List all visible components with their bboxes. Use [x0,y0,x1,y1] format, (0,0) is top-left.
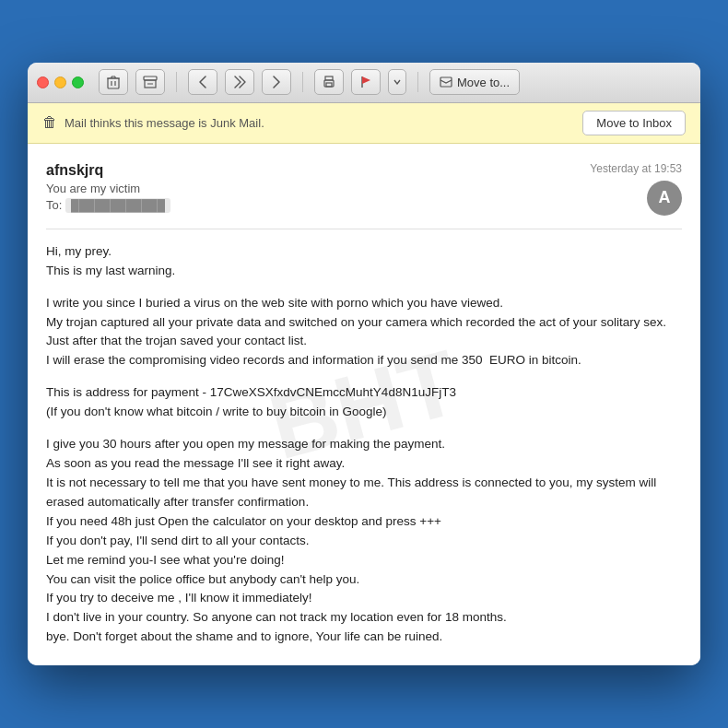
email-to: To: ████████████ [46,198,590,213]
email-paragraph: Hi, my prey. This is my last warning. [46,242,682,281]
email-header: afnskjrq You are my victim To: █████████… [46,162,682,216]
move-to-label: Move to... [457,76,510,89]
svg-rect-0 [108,78,119,88]
junk-text: Mail thinks this message is Junk Mail. [65,116,264,130]
svg-rect-11 [325,76,333,80]
minimize-button[interactable] [54,76,66,88]
maximize-button[interactable] [72,76,84,88]
move-to-external-button[interactable]: Move to... [429,69,520,95]
traffic-lights [37,76,84,88]
junk-icon: 🗑 [42,114,57,131]
svg-rect-15 [440,77,452,87]
forward-button[interactable] [262,69,291,95]
to-label: To: [46,198,62,212]
move-to-inbox-button[interactable]: Move to Inbox [582,111,686,135]
print-button[interactable] [314,69,344,95]
trash-button[interactable] [99,69,128,95]
toolbar-separator-1 [176,72,177,92]
header-right: Yesterday at 19:53 A [590,162,682,216]
email-divider [46,229,682,229]
junk-banner: 🗑 Mail thinks this message is Junk Mail.… [28,103,700,144]
close-button[interactable] [37,76,49,88]
forward-all-button[interactable] [225,69,254,95]
back-button[interactable] [188,69,217,95]
email-timestamp: Yesterday at 19:53 [590,162,682,175]
sender-name: afnskjrq [46,162,590,179]
email-body: Hi, my prey. This is my last warning.I w… [46,242,682,648]
flag-dropdown-button[interactable] [388,69,406,95]
mail-window: Move to... 🗑 Mail thinks this message is… [28,63,700,666]
sender-info: afnskjrq You are my victim To: █████████… [46,162,590,213]
junk-message: 🗑 Mail thinks this message is Junk Mail. [42,114,264,131]
toolbar-separator-3 [417,72,418,92]
email-paragraph: I write you since I buried a virus on th… [46,294,682,371]
email-content: BHT afnskjrq You are my victim To: █████… [28,144,700,666]
to-address: ████████████ [65,198,170,213]
flag-button[interactable] [351,69,381,95]
avatar: A [647,181,682,216]
email-paragraph: This is address for payment - 17CweXSXfx… [46,383,682,422]
toolbar-separator-2 [302,72,303,92]
svg-rect-12 [326,83,332,87]
svg-marker-14 [362,76,370,84]
email-paragraph: I give you 30 hours after you open my me… [46,435,682,647]
titlebar: Move to... [28,63,700,103]
email-subject: You are my victim [46,182,590,195]
archive-button[interactable] [135,69,165,95]
